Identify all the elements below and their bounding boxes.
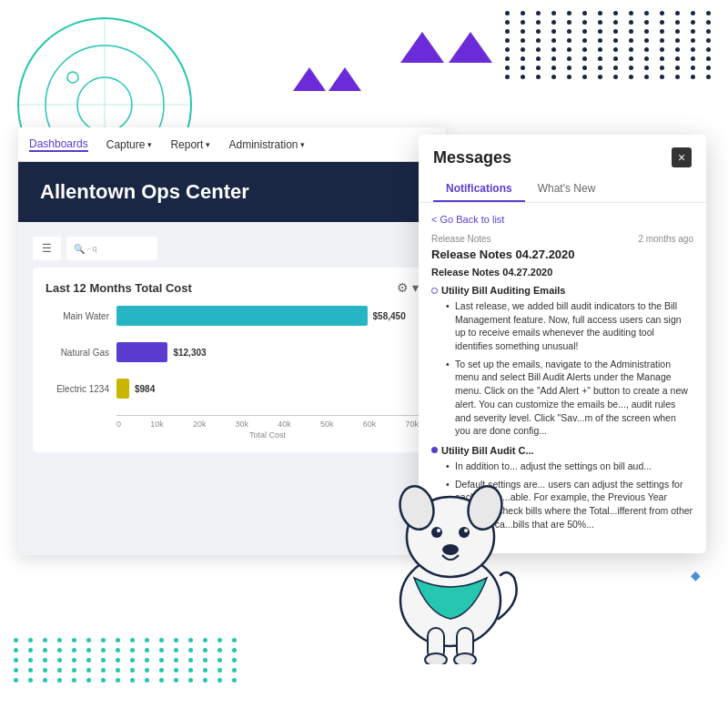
release-title: Release Notes 04.27.2020 — [431, 248, 693, 261]
svg-point-14 — [442, 544, 459, 555]
bar-natural-gas: Natural Gas $12,303 — [46, 342, 419, 362]
chart-title: Last 12 Months Total Cost — [46, 281, 192, 295]
release-note-header: Release Notes 2 months ago — [431, 234, 693, 244]
bar-main-water: Main Water $58,450 — [46, 306, 419, 326]
svg-point-11 — [459, 527, 470, 538]
nav-dashboards[interactable]: Dashboards — [29, 137, 88, 152]
section-title-1: Utility Bill Auditing Emails — [431, 285, 693, 296]
arrows-left — [293, 67, 361, 91]
svg-point-10 — [431, 527, 442, 538]
svg-point-13 — [464, 529, 468, 532]
bottom-left-dots — [14, 638, 241, 682]
release-date: 2 months ago — [638, 234, 693, 244]
nav-report[interactable]: Report ▾ — [170, 138, 210, 151]
section-1-item-1: Last release, we added bill audit indica… — [446, 299, 693, 353]
dashboard-title: Allentown Ops Center — [40, 180, 249, 203]
diamond-blue-1: ◆ — [691, 568, 701, 582]
chart-gear-icon[interactable]: ⚙ ▾ — [397, 280, 419, 295]
dashboard-header: Allentown Ops Center — [18, 162, 446, 222]
tab-whats-new[interactable]: What's New — [525, 177, 609, 202]
messages-header: Messages × Notifications What's New — [419, 135, 706, 203]
svg-point-17 — [425, 653, 447, 664]
svg-point-3 — [67, 72, 78, 83]
arrows-right — [400, 32, 492, 63]
tab-notifications[interactable]: Notifications — [433, 177, 525, 202]
dashboard-nav: Dashboards Capture ▾ Report ▾ Administra… — [18, 127, 446, 162]
top-right-dots: // will render via JS below — [505, 11, 717, 79]
messages-tabs: Notifications What's New — [433, 177, 692, 202]
svg-point-12 — [437, 529, 440, 532]
dog-mascot — [355, 419, 546, 664]
back-to-list-link[interactable]: < Go Back to list — [431, 214, 693, 225]
messages-close-button[interactable]: × — [672, 147, 692, 167]
nav-administration[interactable]: Administration ▾ — [228, 138, 305, 151]
svg-point-18 — [454, 653, 476, 664]
messages-title: Messages — [433, 148, 511, 167]
release-subtitle: Release Notes 04.27.2020 — [431, 267, 693, 278]
nav-capture[interactable]: Capture ▾ — [106, 138, 153, 151]
release-label: Release Notes — [431, 234, 491, 244]
section-1-list: Last release, we added bill audit indica… — [431, 299, 693, 438]
bar-electric: Electric 1234 $984 — [46, 379, 419, 399]
